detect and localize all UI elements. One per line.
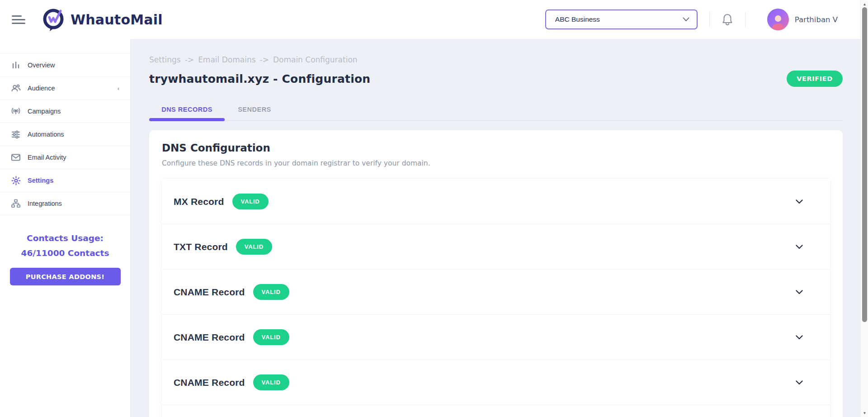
chevron-left-icon[interactable]: ‹ — [118, 85, 119, 92]
sliders-icon — [10, 130, 22, 139]
header-divider — [709, 12, 710, 27]
record-row-partial[interactable] — [162, 405, 830, 417]
tab-dns-records[interactable]: DNS RECORDS — [149, 100, 225, 118]
record-row-txt[interactable]: TXT Record VALID — [162, 224, 830, 270]
valid-status-badge: VALID — [253, 329, 289, 345]
top-header: WhautoMail ABC Business Parthiban V — [0, 0, 860, 39]
card-subtitle: Configure these DNS records in your doma… — [162, 159, 830, 167]
hamburger-menu-icon[interactable] — [12, 14, 27, 25]
valid-status-badge: VALID — [232, 194, 269, 209]
active-tab-indicator — [149, 118, 225, 121]
person-icon — [770, 14, 786, 30]
scrollbar-down-arrow-icon[interactable]: ▼ — [861, 410, 868, 416]
breadcrumb-settings[interactable]: Settings — [149, 55, 181, 64]
sidebar-item-integrations[interactable]: Integrations — [0, 192, 130, 215]
header-divider — [745, 12, 745, 27]
brand-name: WhautoMail — [71, 12, 163, 28]
tabs-divider — [149, 120, 843, 121]
breadcrumb-email-domains[interactable]: Email Domains — [198, 55, 255, 64]
sitemap-icon — [10, 199, 22, 208]
sidebar-item-campaigns[interactable]: Campaigns — [0, 100, 130, 123]
app-root: WhautoMail ABC Business Parthiban V ▲ ▼ — [0, 0, 868, 417]
sidebar-item-audience[interactable]: Audience ‹ — [0, 77, 130, 100]
scrollbar-up-arrow-icon[interactable]: ▲ — [861, 1, 868, 7]
page-title: trywhautomail.xyz - Configuration — [149, 72, 370, 85]
user-avatar[interactable] — [767, 9, 789, 30]
main-content: Settings -> Email Domains -> Domain Conf… — [131, 39, 860, 417]
sidebar-item-label: Overview — [28, 62, 55, 69]
sidebar-item-label: Email Activity — [28, 154, 66, 161]
breadcrumb: Settings -> Email Domains -> Domain Conf… — [149, 55, 843, 64]
brand-logo[interactable]: WhautoMail — [41, 7, 163, 32]
record-row-cname-1[interactable]: CNAME Record VALID — [162, 270, 830, 315]
sidebar-item-automations[interactable]: Automations — [0, 123, 130, 146]
chevron-down-icon[interactable] — [796, 290, 803, 294]
record-name: MX Record — [174, 196, 224, 207]
tabs: DNS RECORDS SENDERS — [149, 100, 843, 118]
chevron-down-icon[interactable] — [796, 380, 803, 385]
breadcrumb-separator: -> — [260, 55, 269, 64]
chevron-down-icon[interactable] — [796, 199, 803, 204]
dns-configuration-card: DNS Configuration Configure these DNS re… — [149, 130, 843, 417]
card-title: DNS Configuration — [162, 142, 830, 154]
sidebar-item-email-activity[interactable]: Email Activity — [0, 146, 130, 169]
business-selector-value: ABC Business — [555, 15, 600, 24]
sidebar-item-settings[interactable]: Settings — [0, 169, 130, 192]
purchase-addons-button[interactable]: PURCHASE ADDONS! — [10, 268, 121, 285]
bar-chart-icon — [10, 61, 22, 70]
title-bar: trywhautomail.xyz - Configuration VERIFI… — [149, 71, 843, 87]
chevron-down-icon — [683, 17, 689, 22]
record-name: CNAME Record — [174, 377, 245, 388]
contacts-usage: Contacts Usage: 46/11000 Contacts — [0, 233, 130, 258]
envelope-icon — [10, 153, 22, 161]
business-selector[interactable]: ABC Business — [545, 9, 698, 29]
sidebar-item-label: Settings — [28, 177, 53, 184]
broadcast-icon — [10, 107, 22, 116]
record-name: CNAME Record — [174, 287, 245, 298]
sidebar-item-overview[interactable]: Overview — [0, 54, 130, 77]
record-name: TXT Record — [174, 242, 228, 252]
breadcrumb-current: Domain Configuration — [273, 55, 358, 64]
breadcrumb-separator: -> — [185, 55, 194, 64]
sidebar-item-label: Audience — [28, 85, 55, 92]
contacts-usage-title: Contacts Usage: — [0, 233, 130, 243]
whautomail-logo-icon — [41, 7, 66, 32]
sidebar-item-label: Automations — [28, 131, 64, 138]
chevron-down-icon[interactable] — [796, 335, 803, 340]
sidebar: Overview Audience ‹ — [0, 39, 131, 417]
valid-status-badge: VALID — [253, 284, 289, 300]
dns-records-accordion: MX Record VALID TXT Record VALID CNAME R… — [162, 179, 830, 417]
record-row-cname-2[interactable]: CNAME Record VALID — [162, 315, 830, 360]
scrollbar-thumb[interactable] — [862, 7, 867, 322]
record-row-mx[interactable]: MX Record VALID — [162, 179, 830, 224]
record-name: CNAME Record — [174, 332, 245, 343]
user-name: Parthiban V — [795, 15, 838, 24]
contacts-usage-value: 46/11000 Contacts — [0, 248, 130, 258]
sidebar-item-label: Integrations — [28, 200, 62, 207]
notifications-bell-icon[interactable] — [722, 13, 733, 26]
valid-status-badge: VALID — [236, 239, 272, 255]
chevron-down-icon[interactable] — [796, 245, 803, 249]
tab-senders[interactable]: SENDERS — [225, 100, 284, 118]
record-row-cname-3[interactable]: CNAME Record VALID — [162, 360, 830, 405]
people-icon — [10, 84, 22, 93]
page-scrollbar[interactable]: ▲ ▼ — [860, 0, 868, 417]
sidebar-nav: Overview Audience ‹ — [0, 53, 130, 215]
gear-icon — [10, 176, 22, 185]
sidebar-item-label: Campaigns — [28, 108, 61, 115]
valid-status-badge: VALID — [253, 374, 289, 390]
verified-status-badge: VERIFIED — [787, 71, 843, 87]
